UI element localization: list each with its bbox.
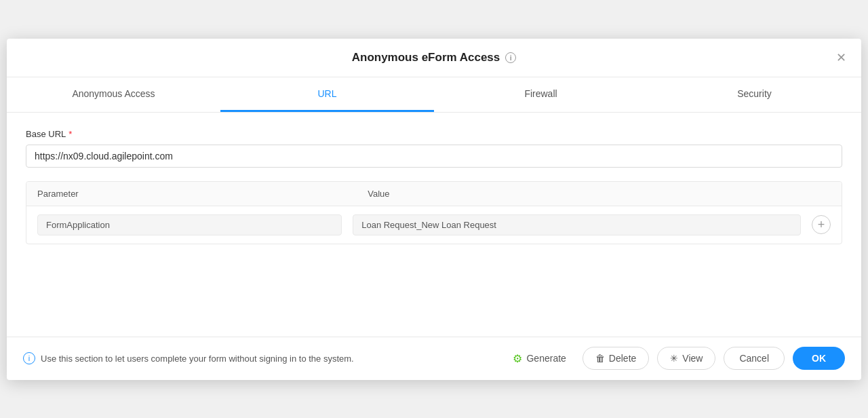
bottom-buttons: Cancel OK xyxy=(724,347,845,370)
footer-info-text: Use this section to let users complete y… xyxy=(41,354,354,364)
tab-security[interactable]: Security xyxy=(648,77,861,112)
footer-actions: ⚙ Generate 🗑 Delete ✳ View Cancel OK xyxy=(505,347,845,370)
parameter-input[interactable] xyxy=(37,214,342,235)
required-star: * xyxy=(68,129,72,139)
tab-url[interactable]: URL xyxy=(220,77,434,112)
value-input[interactable] xyxy=(353,214,801,235)
footer-info: i Use this section to let users complete… xyxy=(23,352,354,364)
table-row: + xyxy=(26,206,842,244)
dialog-title: Anonymous eForm Access i xyxy=(352,51,517,64)
base-url-label: Base URL * xyxy=(26,129,842,139)
tab-content-url: Base URL * Parameter Value + xyxy=(7,113,861,337)
dialog-header: Anonymous eForm Access i ✕ xyxy=(7,39,861,77)
dialog: Anonymous eForm Access i ✕ Anonymous Acc… xyxy=(7,39,861,380)
ok-button[interactable]: OK xyxy=(793,347,845,370)
params-table: Parameter Value + xyxy=(26,181,842,244)
params-table-header: Parameter Value xyxy=(26,182,842,206)
tab-anonymous-access[interactable]: Anonymous Access xyxy=(7,77,220,112)
tab-firewall[interactable]: Firewall xyxy=(434,77,648,112)
col-header-value: Value xyxy=(357,182,842,206)
cancel-button[interactable]: Cancel xyxy=(724,347,785,370)
dialog-title-text: Anonymous eForm Access xyxy=(352,51,500,64)
view-icon: ✳ xyxy=(670,353,678,364)
tabs-bar: Anonymous Access URL Firewall Security xyxy=(7,77,861,113)
base-url-input[interactable] xyxy=(26,145,842,168)
footer-info-icon: i xyxy=(23,352,35,364)
delete-button[interactable]: 🗑 Delete xyxy=(583,347,649,370)
dialog-footer: i Use this section to let users complete… xyxy=(7,337,861,380)
add-row-button[interactable]: + xyxy=(812,215,831,234)
col-header-parameter: Parameter xyxy=(26,182,357,206)
generate-button[interactable]: ⚙ Generate xyxy=(505,347,574,370)
gear-icon: ⚙ xyxy=(513,352,522,365)
trash-icon: 🗑 xyxy=(595,353,605,364)
title-info-icon[interactable]: i xyxy=(505,52,516,63)
close-button[interactable]: ✕ xyxy=(833,49,849,66)
view-button[interactable]: ✳ View xyxy=(657,347,715,370)
